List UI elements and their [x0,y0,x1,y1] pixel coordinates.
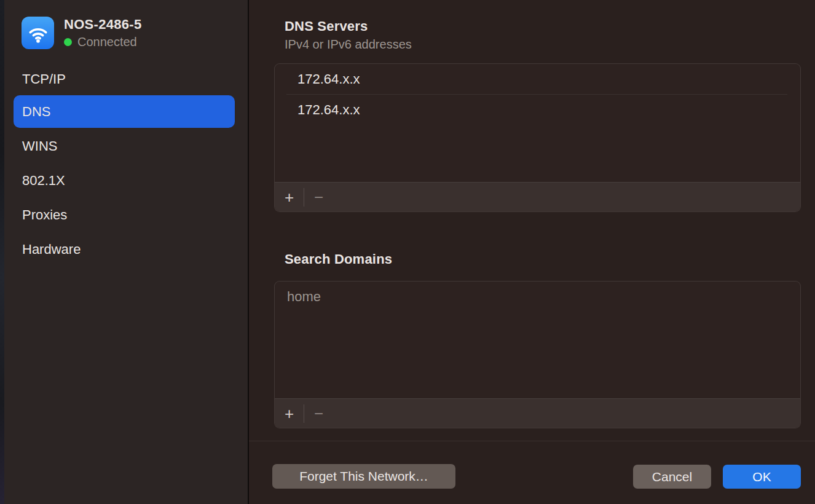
status-dot-icon [64,38,72,46]
search-domains-title: Search Domains [285,251,392,267]
wifi-icon [22,17,54,49]
search-domain-row[interactable]: home [275,282,800,312]
connection-status: Connected [64,35,137,49]
window-edge [0,0,4,504]
dns-server-row[interactable]: 172.64.x.x [275,95,800,125]
dns-server-row[interactable]: 172.64.x.x [275,64,800,94]
search-domains-list: home + − [274,281,801,428]
network-details-window: NOS-2486-5 Connected TCP/IP DNS WINS 802… [0,0,815,504]
sidebar-item-8021x[interactable]: 802.1X [14,164,235,197]
sidebar-item-dns[interactable]: DNS [14,95,235,128]
cancel-button[interactable]: Cancel [633,465,711,489]
sidebar-item-tcpip[interactable]: TCP/IP [14,63,235,95]
dns-servers-list: 172.64.x.x 172.64.x.x + − [274,63,801,212]
network-name: NOS-2486-5 [64,17,142,33]
sidebar-item-hardware[interactable]: Hardware [14,233,235,266]
dns-servers-title: DNS Servers [285,18,368,34]
add-dns-server-button[interactable]: + [275,183,304,212]
ok-button[interactable]: OK [723,465,801,489]
sidebar-item-proxies[interactable]: Proxies [14,199,235,231]
add-search-domain-button[interactable]: + [275,399,304,428]
remove-dns-server-button[interactable]: − [304,183,333,212]
sidebar: NOS-2486-5 Connected TCP/IP DNS WINS 802… [4,0,248,504]
status-label: Connected [77,35,137,49]
remove-search-domain-button[interactable]: − [304,399,333,428]
search-domains-toolbar: + − [275,398,800,428]
dns-servers-subtitle: IPv4 or IPv6 addresses [285,37,412,52]
forget-network-button[interactable]: Forget This Network… [272,464,455,489]
sidebar-item-wins[interactable]: WINS [14,130,235,162]
dns-servers-toolbar: + − [275,182,800,211]
footer-separator [249,441,815,441]
main-panel: DNS Servers IPv4 or IPv6 addresses 172.6… [249,0,815,504]
